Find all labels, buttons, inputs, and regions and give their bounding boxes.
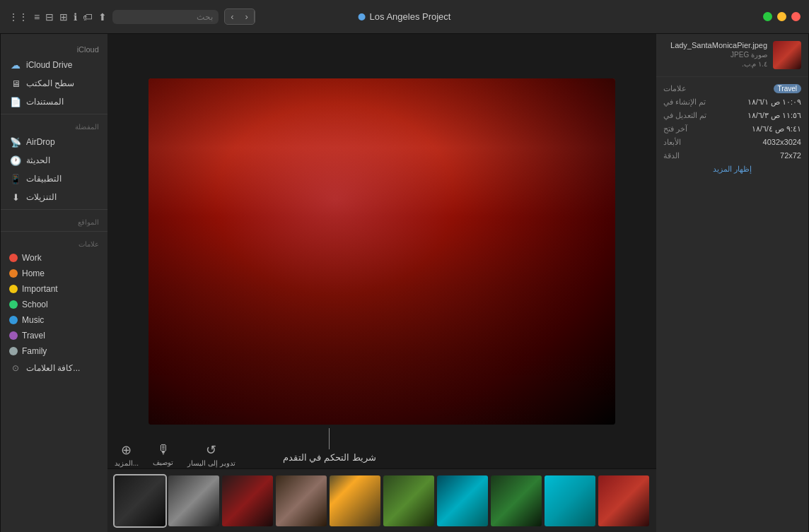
dimensions-label: الأبعاد	[663, 138, 681, 147]
filmstrip-thumb-1[interactable]	[598, 475, 649, 526]
filmstrip-thumb-8[interactable]	[222, 475, 273, 526]
documents-icon: 📄	[9, 95, 22, 108]
traffic-lights	[763, 12, 801, 21]
tags-row: Travel علامات	[663, 84, 801, 93]
describe-button[interactable]: 🎙 توصيف	[153, 442, 173, 467]
file-size: ١.٤ م.ب.	[663, 60, 767, 68]
sidebar-item-home[interactable]: Home	[1, 266, 107, 281]
modified-value: ١١:٥٦ ص ١٨/٦/٣	[747, 111, 801, 120]
favorites-section-label: المفضلة	[1, 117, 107, 133]
sidebar-item-music[interactable]: Music	[1, 312, 107, 328]
sidebar-item-applications[interactable]: التطبيقات 📱	[1, 170, 107, 188]
downloads-label: التنزيلات	[26, 192, 57, 202]
minimize-button[interactable]	[777, 12, 786, 21]
resolution-label: الدقة	[663, 151, 680, 160]
sidebar-item-work[interactable]: Work	[1, 250, 107, 266]
metadata-panel: Travel علامات ١٠:٠٩ ص ١٨/٦/١ تم الإنشاء …	[656, 77, 808, 181]
left-panel: Lady_SantaMonicaPier.jpeg صورة JPEG ١.٤ …	[656, 34, 809, 532]
rotate-label: تدوير إلى اليسار	[187, 459, 235, 467]
icloud-section-label: iCloud	[1, 40, 107, 56]
sidebar-item-downloads[interactable]: التنزيلات ⬇	[1, 188, 107, 206]
important-tag-dot	[9, 285, 18, 293]
close-button[interactable]	[791, 12, 801, 21]
modified-row: ١١:٥٦ ص ١٨/٦/٣ تم التعديل في	[663, 111, 801, 120]
filmstrip	[107, 468, 656, 532]
sidebar-item-documents[interactable]: المستندات 📄	[1, 93, 107, 111]
filmstrip-thumb-2[interactable]	[545, 475, 595, 526]
progress-arrow	[329, 428, 330, 449]
filmstrip-thumb-5[interactable]	[383, 475, 434, 526]
work-label: Work	[22, 253, 42, 263]
rotate-icon: ↺	[206, 442, 216, 458]
file-type: صورة JPEG	[663, 51, 767, 59]
grid-icon[interactable]: ⊞	[59, 11, 68, 23]
show-more-link[interactable]: إظهار المزيد	[713, 165, 752, 173]
sidebar-item-airdrop[interactable]: AirDrop 📡	[1, 133, 107, 151]
describe-icon: 🎙	[157, 442, 170, 457]
icloud-drive-icon: ☁	[9, 59, 22, 71]
airdrop-icon: 📡	[9, 136, 22, 148]
divider-2	[1, 209, 107, 210]
progress-label: شريط التحكم في التقدم	[283, 452, 376, 463]
sidebar-item-all-tags[interactable]: ...كافة العلامات ⊙	[1, 359, 107, 377]
school-label: School	[22, 300, 48, 309]
filmstrip-thumb-3[interactable]	[491, 475, 542, 526]
file-thumbnail	[773, 41, 801, 69]
sidebar-item-travel[interactable]: Travel	[1, 328, 107, 343]
icloud-drive-label: iCloud Drive	[26, 60, 72, 70]
sidebar-item-desktop[interactable]: سطح المكتب 🖥	[1, 74, 107, 93]
applications-icon: 📱	[9, 172, 22, 185]
search-input[interactable]	[112, 10, 219, 24]
file-details: Lady_SantaMonicaPier.jpeg صورة JPEG ١.٤ …	[663, 41, 767, 68]
desktop-icon: 🖥	[9, 77, 22, 90]
created-value: ١٠:٠٩ ص ١٨/٦/١	[747, 97, 801, 107]
filmstrip-thumb-4[interactable]	[437, 475, 488, 526]
more-label: ...المزيد	[115, 459, 139, 467]
filmstrip-thumb-7[interactable]	[276, 475, 327, 526]
tag-value[interactable]: Travel	[774, 84, 801, 93]
resolution-row: 72x72 الدقة	[663, 151, 801, 160]
home-label: Home	[22, 268, 45, 278]
main-layout: Lady_SantaMonicaPier.jpeg صورة JPEG ١.٤ …	[0, 34, 809, 532]
desktop-label: سطح المكتب	[26, 78, 74, 88]
sidebar-item-recent[interactable]: الحديثة 🕐	[1, 151, 107, 170]
airdrop-label: AirDrop	[26, 137, 55, 147]
tag-icon[interactable]: 🏷	[83, 11, 93, 23]
family-tag-dot	[9, 347, 18, 355]
nav-back-button[interactable]: ‹	[240, 9, 255, 24]
last-opened-value: ٩:٤١ ص ١٨/٦/٤	[752, 124, 801, 134]
gallery-icon[interactable]: ⋮⋮	[8, 11, 28, 23]
filmstrip-thumb-10[interactable]	[115, 475, 165, 526]
filmstrip-thumb-6[interactable]	[330, 475, 380, 526]
nav-forward-button[interactable]: ›	[225, 9, 239, 24]
columns-icon[interactable]: ⊟	[45, 11, 54, 23]
work-tag-dot	[9, 254, 18, 262]
sidebar-item-school[interactable]: School	[1, 297, 107, 312]
more-button[interactable]: ⊕ ...المزيد	[115, 442, 139, 467]
documents-label: المستندات	[26, 97, 64, 107]
more-icon: ⊕	[121, 442, 132, 458]
sidebar-item-icloud-drive[interactable]: iCloud Drive ☁	[1, 56, 107, 74]
created-row: ١٠:٠٩ ص ١٨/٦/١ تم الإنشاء في	[663, 97, 801, 107]
family-label: Family	[22, 346, 47, 356]
list-icon[interactable]: ≡	[34, 11, 40, 23]
sidebar-item-important[interactable]: Important	[1, 281, 107, 297]
school-tag-dot	[9, 300, 18, 309]
toolbar-right: ‹ › 🔍 ⬆ 🏷 ℹ ⊞ ⊟ ≡ ⋮⋮	[8, 8, 255, 25]
last-opened-row: ٩:٤١ ص ١٨/٦/٤ آخر فتح	[663, 124, 801, 134]
sidebar-item-family[interactable]: Family	[1, 343, 107, 359]
main-image	[149, 78, 615, 425]
info-icon[interactable]: ℹ	[74, 11, 77, 23]
share-icon[interactable]: ⬆	[98, 11, 107, 23]
bottom-actions: ↺ تدوير إلى اليسار 🎙 توصيف ⊕ ...المزيد	[115, 442, 235, 467]
locations-section-label: المواقع	[1, 213, 107, 228]
dimensions-row: 4032x3024 الأبعاد	[663, 138, 801, 147]
important-label: Important	[22, 284, 58, 294]
resolution-value: 72x72	[780, 151, 801, 160]
window-title-text: Los Angeles Project	[370, 11, 451, 22]
downloads-icon: ⬇	[9, 191, 22, 203]
rotate-button[interactable]: ↺ تدوير إلى اليسار	[187, 442, 235, 467]
maximize-button[interactable]	[763, 12, 772, 21]
filmstrip-thumb-9[interactable]	[168, 475, 219, 526]
home-tag-dot	[9, 269, 18, 278]
